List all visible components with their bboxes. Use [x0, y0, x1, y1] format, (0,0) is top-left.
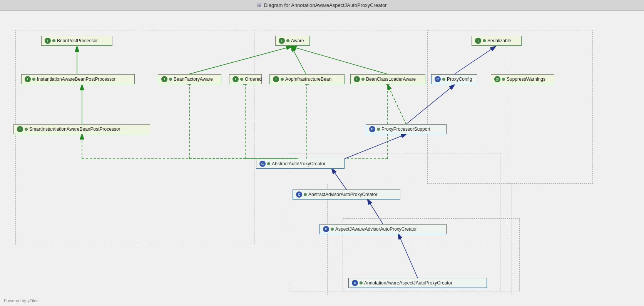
node-label-SIABPP: SmartInstantiationAwareBeanPostProcessor — [29, 126, 120, 132]
node-label-AbstractAdvisorAutoProxyCreator: AbstractAdvisorAutoProxyCreator — [308, 192, 377, 197]
node-label-AspectJAwareAdvisorAutoProxyCreator: AspectJAwareAdvisorAutoProxyCreator — [335, 226, 417, 232]
svg-line-19 — [406, 85, 454, 124]
node-BeanClassLoaderAware[interactable]: I BeanClassLoaderAware — [350, 74, 425, 84]
badge-class: C — [296, 191, 302, 198]
node-dot — [52, 39, 55, 42]
diagram-area: I BeanPostProcessor I Aware I Serializab… — [0, 11, 644, 306]
node-label-AbstractAutoProxyCreator: AbstractAutoProxyCreator — [272, 161, 325, 166]
node-dot — [442, 78, 445, 81]
node-dot — [304, 193, 307, 196]
node-AspectJAwareAdvisorAutoProxyCreator[interactable]: C AspectJAwareAdvisorAutoProxyCreator — [319, 224, 447, 234]
node-label-Ordered: Ordered — [245, 76, 262, 82]
group-box-1 — [15, 30, 254, 245]
node-dot — [360, 281, 363, 284]
title-text: Diagram for AnnotationAwareAspectJAutoPr… — [264, 2, 386, 8]
node-Aware[interactable]: I Aware — [275, 36, 310, 46]
badge-class: C — [323, 226, 329, 232]
badge-annotation: @ — [494, 76, 500, 82]
node-dot — [502, 78, 505, 81]
badge-interface: I — [45, 38, 51, 44]
badge-interface: I — [273, 76, 279, 82]
node-AbstractAutoProxyCreator[interactable]: C AbstractAutoProxyCreator — [256, 159, 345, 169]
svg-line-22 — [332, 169, 346, 190]
group-box-3 — [427, 30, 593, 184]
node-dot — [331, 228, 334, 231]
svg-line-7 — [291, 47, 306, 74]
group-box-4 — [289, 153, 500, 291]
node-dot — [25, 128, 28, 131]
node-dot — [286, 39, 289, 42]
node-AbstractAdvisorAutoProxyCreator[interactable]: C AbstractAdvisorAutoProxyCreator — [293, 190, 400, 200]
badge-interface: I — [17, 126, 23, 132]
group-box-2 — [254, 30, 508, 245]
node-ProxyProcessorSupport[interactable]: C ProxyProcessorSupport — [366, 124, 447, 134]
node-dot — [240, 78, 243, 81]
svg-line-6 — [189, 47, 291, 74]
badge-interface: I — [25, 76, 31, 82]
badge-interface: I — [161, 76, 167, 82]
node-AopInfrastructureBean[interactable]: I AopInfrastructureBean — [269, 74, 345, 84]
node-Serializable[interactable]: I Serializable — [472, 36, 522, 46]
badge-interface: I — [475, 38, 481, 44]
node-Ordered[interactable]: I Ordered — [229, 74, 262, 84]
node-label-IABPP: InstantiationAwareBeanPostProcessor — [37, 76, 116, 82]
node-SmartInstantiationAwareBeanPostProcessor[interactable]: I SmartInstantiationAwareBeanPostProcess… — [13, 124, 150, 134]
node-dot — [32, 78, 35, 81]
node-dot — [483, 39, 486, 42]
node-dot — [377, 128, 380, 131]
svg-line-20 — [388, 85, 406, 124]
badge-interface: I — [279, 38, 285, 44]
badge-class: C — [435, 76, 441, 82]
title-icon: ⊞ — [257, 2, 261, 8]
title-bar: ⊞ Diagram for AnnotationAwareAspectJAuto… — [0, 0, 644, 11]
node-dot — [281, 78, 284, 81]
node-SuppressWarnings[interactable]: @ SuppressWarnings — [491, 74, 554, 84]
svg-line-23 — [368, 200, 383, 224]
badge-class: C — [352, 280, 358, 286]
node-label-BeanFactoryAware: BeanFactoryAware — [174, 76, 213, 82]
node-dot — [267, 162, 270, 165]
svg-line-8 — [291, 47, 388, 74]
node-label-ProxyConfig: ProxyConfig — [447, 76, 472, 82]
svg-line-21 — [345, 134, 406, 159]
node-label-Serializable: Serializable — [487, 38, 511, 43]
badge-interface: I — [233, 76, 239, 82]
node-label-Aware: Aware — [291, 38, 304, 43]
node-dot — [169, 78, 172, 81]
badge-interface: I — [354, 76, 360, 82]
node-InstantiationAwareBeanPostProcessor[interactable]: I InstantiationAwareBeanPostProcessor — [21, 74, 135, 84]
badge-class: C — [369, 126, 375, 132]
node-ProxyConfig[interactable]: C ProxyConfig — [431, 74, 477, 84]
node-dot — [361, 78, 365, 81]
node-label-AopInfrastructureBean: AopInfrastructureBean — [285, 76, 331, 82]
node-label-BeanClassLoaderAware: BeanClassLoaderAware — [366, 76, 416, 82]
node-label-SuppressWarnings: SuppressWarnings — [507, 76, 545, 82]
svg-line-9 — [454, 47, 495, 74]
node-BeanPostProcessor[interactable]: I BeanPostProcessor — [41, 36, 112, 46]
node-label-AnnotationAwareAspectJAutoProxyCreator: AnnotationAwareAspectJAutoProxyCreator — [364, 280, 452, 286]
powered-by-label: Powered by yFiles — [4, 298, 38, 303]
node-label-ProxyProcessorSupport: ProxyProcessorSupport — [381, 126, 430, 132]
node-AnnotationAwareAspectJAutoProxyCreator[interactable]: C AnnotationAwareAspectJAutoProxyCreator — [348, 278, 487, 288]
node-label-BeanPostProcessor: BeanPostProcessor — [57, 38, 98, 43]
node-BeanFactoryAware[interactable]: I BeanFactoryAware — [158, 74, 221, 84]
svg-line-24 — [398, 234, 418, 278]
badge-class: C — [259, 161, 266, 167]
